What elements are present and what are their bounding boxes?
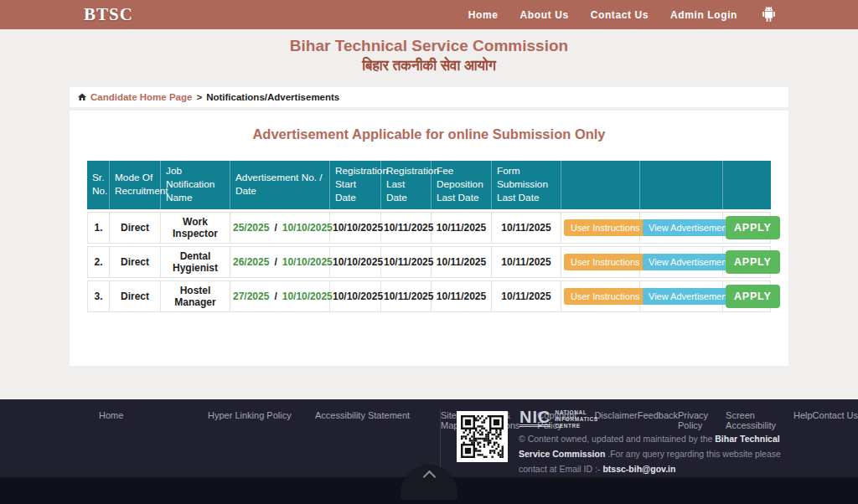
breadcrumb-current: Notifications/Advertisements bbox=[206, 92, 339, 102]
footer-link-accessibility-statement[interactable]: Accessibility Statement bbox=[315, 410, 441, 427]
view-advertisement-button[interactable]: View Advertisement bbox=[643, 288, 735, 305]
nic-logo-text: NATIONAL INFORMATICS CENTRE bbox=[555, 409, 597, 429]
advertisement-slash: / bbox=[274, 256, 277, 268]
footer-link-home[interactable]: Home bbox=[99, 410, 208, 427]
cell-form-last: 10/11/2025 bbox=[492, 280, 561, 312]
nic-logo: NIC NATIONAL INFORMATICS CENTRE bbox=[519, 409, 598, 429]
cell-reg-start: 10/10/2025 bbox=[330, 246, 381, 278]
col-advertisement-no-date: Advertisement No. / Date bbox=[230, 161, 330, 209]
cell-view-advertisement: View Advertisement bbox=[640, 280, 723, 312]
site-title-hindi: बिहार तकनीकी सेवा आयोग bbox=[0, 58, 858, 75]
cell-form-last: 10/11/2025 bbox=[492, 246, 561, 278]
android-app-icon[interactable] bbox=[759, 5, 778, 24]
cell-job-name: Work Inspector bbox=[161, 212, 230, 244]
advertisement-date: 10/10/2025 bbox=[282, 291, 333, 302]
page-title: Advertisement Applicable for online Subm… bbox=[70, 111, 788, 142]
top-navbar: BTSC Home About Us Contact Us Admin Logi… bbox=[0, 0, 858, 29]
nav-item-admin-login[interactable]: Admin Login bbox=[670, 9, 737, 21]
footer-link-screen-accessibility[interactable]: Screen Accessibility bbox=[726, 410, 793, 427]
footer-link-contact-us[interactable]: Contact Us bbox=[813, 410, 858, 427]
nav-item-contact-us[interactable]: Contact Us bbox=[591, 9, 649, 21]
advertisement-date: 10/10/2025 bbox=[282, 256, 333, 268]
site-header: Bihar Technical Service Commission बिहार… bbox=[0, 29, 858, 87]
nav-menu: Home About Us Contact Us Admin Login bbox=[468, 5, 778, 24]
copyright-email[interactable]: btssc-bih@gov.in bbox=[602, 464, 675, 474]
nav-item-about-us[interactable]: About Us bbox=[520, 9, 569, 21]
user-instructions-button[interactable]: User Instructions bbox=[564, 288, 647, 305]
cell-apply: APPLY bbox=[723, 246, 771, 278]
cell-reg-start: 10/10/2025 bbox=[330, 280, 381, 312]
breadcrumb-candidate-home[interactable]: Candidate Home Page bbox=[90, 92, 192, 102]
cell-fee-last: 10/11/2025 bbox=[432, 246, 492, 278]
col-apply bbox=[723, 161, 771, 209]
col-user-instructions bbox=[561, 161, 640, 209]
col-registration-start-date: Registration Start Date bbox=[330, 161, 381, 209]
cell-job-name: Hostel Manager bbox=[161, 280, 230, 312]
table-row: 3. Direct Hostel Manager 27/2025/10/10/2… bbox=[87, 280, 771, 312]
cell-fee-last: 10/11/2025 bbox=[432, 212, 492, 244]
cell-reg-start: 10/10/2025 bbox=[330, 212, 381, 244]
copyright-part1: © Content owned, updated and maintained … bbox=[519, 434, 715, 444]
cell-mode: Direct bbox=[110, 280, 161, 312]
cell-mode: Direct bbox=[110, 246, 161, 278]
advertisements-table: Sr. No. Mode Of Recruitment Job Notifica… bbox=[87, 158, 771, 315]
site-title-english: Bihar Technical Service Commission bbox=[0, 37, 858, 55]
cell-apply: APPLY bbox=[723, 280, 771, 312]
cell-user-instructions: User Instructions bbox=[561, 280, 640, 312]
cell-advertisement: 25/2025/10/10/2025 bbox=[230, 212, 330, 244]
footer-divider bbox=[440, 409, 441, 473]
qr-code bbox=[457, 411, 508, 462]
cell-sr-no: 1. bbox=[87, 212, 110, 244]
col-mode-of-recruitment: Mode Of Recruitment bbox=[110, 161, 161, 209]
cell-sr-no: 2. bbox=[87, 246, 110, 278]
breadcrumb-separator: > bbox=[196, 92, 202, 102]
table-row: 2. Direct Dental Hygienist 26/2025/10/10… bbox=[87, 246, 771, 278]
col-fee-deposition-last-date: Fee Deposition Last Date bbox=[432, 161, 492, 209]
brand-logo[interactable]: BTSC bbox=[84, 4, 133, 25]
nic-logo-abbr: NIC bbox=[519, 409, 550, 427]
footer-bottom-strip bbox=[0, 477, 858, 504]
cell-sr-no: 3. bbox=[87, 280, 110, 312]
footer-link-hyper-linking-policy[interactable]: Hyper Linking Policy bbox=[208, 410, 315, 427]
home-icon bbox=[77, 92, 87, 102]
table-header-row: Sr. No. Mode Of Recruitment Job Notifica… bbox=[87, 161, 771, 209]
nic-line-1: NATIONAL bbox=[555, 409, 597, 416]
cell-apply: APPLY bbox=[723, 212, 771, 244]
nic-line-3: CENTRE bbox=[555, 423, 597, 429]
user-instructions-button[interactable]: User Instructions bbox=[564, 254, 647, 270]
apply-button[interactable]: APPLY bbox=[726, 216, 780, 239]
advertisement-date: 10/10/2025 bbox=[282, 222, 333, 234]
col-job-notification-name: Job Notification Name bbox=[161, 161, 230, 209]
advertisement-slash: / bbox=[274, 291, 277, 302]
cell-reg-last: 10/11/2025 bbox=[381, 212, 432, 244]
apply-button[interactable]: APPLY bbox=[726, 285, 780, 308]
footer-link-feedback[interactable]: Feedback bbox=[638, 410, 678, 427]
user-instructions-button[interactable]: User Instructions bbox=[564, 219, 647, 236]
cell-user-instructions: User Instructions bbox=[561, 246, 640, 278]
nic-line-2: INFORMATICS bbox=[555, 416, 597, 423]
cell-form-last: 10/11/2025 bbox=[492, 212, 561, 244]
advertisement-slash: / bbox=[274, 222, 277, 234]
cell-advertisement: 26/2025/10/10/2025 bbox=[230, 246, 330, 278]
col-sr-no: Sr. No. bbox=[87, 161, 110, 209]
cell-fee-last: 10/11/2025 bbox=[432, 280, 492, 312]
copyright-text: © Content owned, updated and maintained … bbox=[519, 431, 810, 476]
footer-link-privacy-policy[interactable]: Privacy Policy bbox=[678, 410, 726, 427]
view-advertisement-button[interactable]: View Advertisement bbox=[643, 254, 735, 270]
nav-item-home[interactable]: Home bbox=[468, 9, 499, 21]
cell-view-advertisement: View Advertisement bbox=[640, 246, 723, 278]
breadcrumb: Candidate Home Page > Notifications/Adve… bbox=[70, 87, 788, 107]
cell-mode: Direct bbox=[110, 212, 161, 244]
cell-reg-last: 10/11/2025 bbox=[381, 246, 432, 278]
footer-link-disclaimer[interactable]: Disclaimer bbox=[594, 410, 637, 427]
content-card: Advertisement Applicable for online Subm… bbox=[70, 111, 788, 366]
view-advertisement-button[interactable]: View Advertisement bbox=[643, 219, 735, 236]
col-view-advertisement bbox=[640, 161, 723, 209]
advertisement-number: 26/2025 bbox=[233, 256, 269, 268]
footer-link-help[interactable]: Help bbox=[793, 410, 813, 427]
cell-reg-last: 10/11/2025 bbox=[381, 280, 432, 312]
chevron-up-icon bbox=[422, 471, 436, 484]
page: BTSC Home About Us Contact Us Admin Logi… bbox=[0, 0, 858, 504]
apply-button[interactable]: APPLY bbox=[726, 250, 780, 274]
cell-view-advertisement: View Advertisement bbox=[640, 212, 723, 244]
